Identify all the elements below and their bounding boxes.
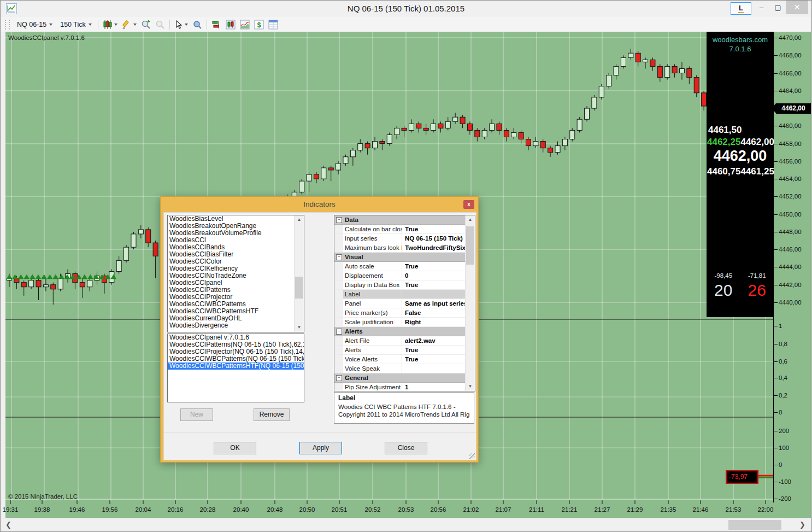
property-row[interactable]: Voice Speak bbox=[334, 364, 465, 373]
property-value[interactable]: alert2.wav bbox=[402, 336, 465, 345]
apply-button[interactable]: Apply bbox=[299, 442, 342, 454]
scroll-up-icon[interactable]: ▲ bbox=[295, 215, 304, 224]
toolbar-grip[interactable] bbox=[5, 20, 10, 30]
last-price-marker: 4462,00 bbox=[776, 103, 811, 114]
minimize-button[interactable]: – bbox=[754, 2, 769, 14]
resize-grip[interactable] bbox=[469, 453, 475, 459]
link-button[interactable]: L bbox=[731, 2, 751, 15]
copyright-label: © 2015 NinjaTrader, LLC bbox=[8, 493, 78, 500]
time-axis-label: 22:00 bbox=[758, 506, 774, 513]
property-row[interactable]: Alert Filealert2.wav bbox=[334, 336, 465, 346]
property-value[interactable]: True bbox=[402, 225, 465, 233]
account-button[interactable]: $ bbox=[252, 18, 266, 31]
scrollbar-thumb[interactable] bbox=[295, 277, 303, 299]
configured-indicators-list[interactable]: WoodiesCCIpanel v:7.0.1.6WoodiesCCIPatte… bbox=[167, 334, 304, 402]
ok-button[interactable]: OK bbox=[214, 442, 256, 454]
property-group-header[interactable]: −Data bbox=[334, 215, 465, 225]
horizontal-scrollbar[interactable]: ❮ ❯ bbox=[1, 518, 811, 532]
close-window-button[interactable]: ✕ bbox=[786, 1, 808, 14]
indicator-property-grid[interactable]: −DataCalculate on bar closTrueInput seri… bbox=[334, 215, 475, 391]
indicator-value-marker: -73,97 bbox=[726, 470, 758, 484]
scroll-right-icon[interactable]: ❯ bbox=[799, 521, 805, 529]
indicator-panel-button[interactable] bbox=[209, 18, 223, 31]
property-row[interactable]: Price marker(s)False bbox=[334, 308, 465, 318]
crosshair-button[interactable] bbox=[190, 18, 204, 31]
scroll-up-icon[interactable]: ▲ bbox=[466, 215, 475, 224]
property-row[interactable]: Displacement0 bbox=[334, 271, 465, 280]
scrollbar-thumb[interactable] bbox=[466, 226, 474, 265]
panel3-axis-label: -200 bbox=[774, 495, 791, 502]
cci1-readout: -98,45 20 bbox=[714, 272, 732, 300]
property-group-header[interactable]: −Visual bbox=[334, 253, 465, 262]
maximize-button[interactable]: ▢ bbox=[770, 2, 785, 14]
chart-style-button[interactable] bbox=[101, 18, 120, 31]
property-row[interactable]: Pip Size Adjustment1 bbox=[334, 383, 465, 391]
collapse-icon[interactable]: − bbox=[336, 375, 342, 381]
property-group-header[interactable]: −Alerts bbox=[334, 327, 465, 336]
property-value[interactable]: NQ 06-15 (150 Tick) bbox=[402, 234, 465, 243]
scroll-down-icon[interactable]: ▼ bbox=[295, 323, 304, 332]
property-value[interactable]: Right bbox=[402, 318, 465, 326]
property-row[interactable]: AlertsTrue bbox=[334, 346, 465, 355]
time-axis-label: 21:02 bbox=[463, 506, 479, 513]
drawing-tools-button[interactable] bbox=[120, 18, 139, 31]
property-value[interactable] bbox=[402, 290, 465, 299]
property-row[interactable]: Auto scaleTrue bbox=[334, 262, 465, 271]
close-button[interactable]: Close bbox=[385, 442, 427, 454]
collapse-icon[interactable]: − bbox=[336, 329, 342, 335]
property-row-margin bbox=[334, 243, 343, 252]
collapse-icon[interactable]: − bbox=[336, 254, 342, 260]
property-row-margin bbox=[334, 383, 343, 391]
property-value[interactable]: True bbox=[402, 355, 465, 364]
property-label: Alerts bbox=[343, 346, 402, 354]
property-value[interactable]: 0 bbox=[402, 271, 465, 280]
property-row-margin bbox=[334, 271, 343, 280]
indicator-list-scrollbar[interactable]: ▲ ▼ bbox=[294, 215, 304, 332]
dialog-close-button[interactable]: x bbox=[463, 200, 474, 209]
scroll-left-icon[interactable]: ❮ bbox=[5, 521, 11, 529]
chart-trader-button[interactable] bbox=[223, 18, 238, 31]
instrument-dropdown[interactable]: NQ 06-15 bbox=[13, 19, 56, 30]
property-row[interactable]: Display in Data BoxTrue bbox=[334, 280, 465, 290]
property-row[interactable]: Label bbox=[334, 290, 465, 299]
remove-button[interactable]: Remove bbox=[254, 408, 290, 421]
property-value[interactable]: True bbox=[402, 280, 465, 289]
property-value[interactable]: TwoHundredFiftySix bbox=[402, 243, 465, 252]
property-value[interactable] bbox=[402, 364, 465, 373]
available-indicators-list[interactable]: WoodiesBiasLevelWoodiesBreakoutOpenRange… bbox=[167, 215, 304, 332]
property-description-box: Label Woodies CCI WBC Patterns HTF 7.0.1… bbox=[334, 392, 474, 424]
chevron-down-icon bbox=[114, 24, 117, 26]
property-row[interactable]: Input seriesNQ 06-15 (150 Tick) bbox=[334, 234, 465, 243]
zoom-in-button[interactable] bbox=[139, 18, 153, 31]
property-group-header[interactable]: −General bbox=[334, 373, 465, 383]
collapse-icon[interactable]: − bbox=[336, 217, 342, 223]
chevron-down-icon bbox=[89, 24, 92, 26]
chart-toolbar: NQ 06-15 150 Tick bbox=[1, 17, 811, 32]
property-value[interactable]: True bbox=[402, 262, 465, 271]
indicator-list-item[interactable]: WoodiesDivergence bbox=[168, 322, 304, 329]
price-axis-label: 4444,00 bbox=[774, 264, 802, 270]
scroll-down-icon[interactable]: ▼ bbox=[466, 382, 475, 391]
property-value[interactable]: 1 bbox=[402, 383, 465, 391]
property-grid-scrollbar[interactable]: ▲ ▼ bbox=[465, 215, 475, 391]
property-value[interactable]: False bbox=[402, 308, 465, 317]
time-axis-label: 20:16 bbox=[168, 506, 184, 513]
scrollbar-thumb[interactable] bbox=[728, 520, 781, 530]
property-row[interactable]: Voice AlertsTrue bbox=[334, 355, 465, 364]
property-row[interactable]: PanelSame as input series bbox=[334, 299, 465, 308]
cursor-tool-button[interactable] bbox=[172, 19, 190, 31]
panel2-axis-label: 1 bbox=[774, 323, 782, 329]
property-row[interactable]: Maximum bars look lTwoHundredFiftySix bbox=[334, 243, 465, 253]
new-button[interactable]: New bbox=[180, 408, 213, 421]
data-grid-button[interactable] bbox=[266, 18, 280, 31]
time-axis-label: 19:46 bbox=[69, 506, 85, 513]
property-row[interactable]: Calculate on bar closTrue bbox=[334, 225, 465, 234]
property-value[interactable]: True bbox=[402, 346, 465, 354]
configured-indicator-item[interactable]: WoodiesCCIWBCPatternsHTF(NQ 06-15 (150 T… bbox=[168, 363, 304, 370]
mini-chart-button[interactable] bbox=[238, 18, 252, 31]
zoom-out-button[interactable] bbox=[153, 18, 167, 31]
price-axis-label: 4454,00 bbox=[774, 176, 802, 182]
property-row[interactable]: Scale justificationRight bbox=[334, 318, 465, 327]
interval-dropdown[interactable]: 150 Tick bbox=[56, 19, 96, 30]
property-value[interactable]: Same as input series bbox=[402, 299, 465, 308]
